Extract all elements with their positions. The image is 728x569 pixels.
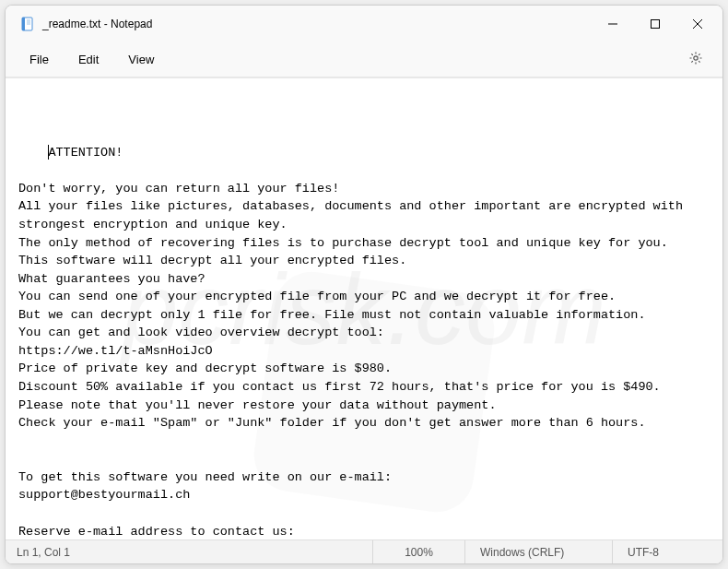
svg-rect-1 xyxy=(22,18,25,30)
status-position: Ln 1, Col 1 xyxy=(6,540,372,563)
close-button[interactable] xyxy=(676,9,719,39)
notepad-icon xyxy=(20,17,35,31)
statusbar: Ln 1, Col 1 100% Windows (CRLF) UTF-8 xyxy=(6,539,722,563)
status-zoom[interactable]: 100% xyxy=(372,540,464,563)
minimize-button[interactable] xyxy=(592,9,634,39)
gear-icon xyxy=(688,51,703,69)
notepad-window: _readme.txt - Notepad File Edit View xyxy=(5,5,723,564)
settings-button[interactable] xyxy=(680,46,711,74)
editor-content[interactable]: pcrisk.com ATTENTION! Don't worry, you c… xyxy=(6,77,722,539)
menu-file[interactable]: File xyxy=(17,47,62,72)
menubar: File Edit View xyxy=(6,42,722,77)
menu-edit[interactable]: Edit xyxy=(65,47,112,72)
maximize-button[interactable] xyxy=(634,9,676,39)
titlebar: _readme.txt - Notepad xyxy=(6,6,722,42)
document-text: ATTENTION! Don't worry, you can return a… xyxy=(18,146,690,539)
svg-point-9 xyxy=(694,55,698,59)
svg-rect-6 xyxy=(652,20,660,29)
status-lineending: Windows (CRLF) xyxy=(464,540,612,563)
window-controls xyxy=(592,9,719,39)
titlebar-left: _readme.txt - Notepad xyxy=(9,17,592,31)
window-title: _readme.txt - Notepad xyxy=(42,18,152,30)
status-encoding: UTF-8 xyxy=(612,540,722,563)
menu-view[interactable]: View xyxy=(115,47,167,72)
